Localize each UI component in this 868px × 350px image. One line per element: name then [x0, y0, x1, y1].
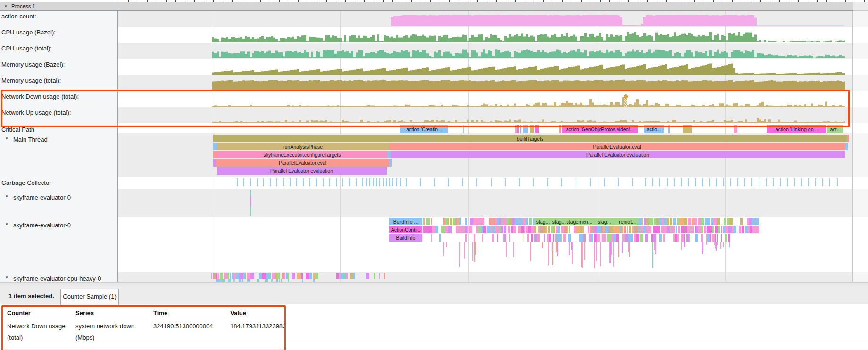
gc-tick[interactable] — [270, 178, 271, 186]
noise-slice[interactable] — [655, 234, 656, 242]
noise-slice[interactable] — [227, 273, 229, 279]
noise-slice[interactable] — [339, 273, 341, 279]
noise-slice[interactable] — [527, 234, 529, 242]
gc-tick[interactable] — [822, 178, 823, 186]
noise-slice[interactable] — [750, 226, 752, 233]
gc-tick[interactable] — [290, 178, 291, 186]
noise-slice[interactable] — [725, 226, 728, 233]
noise-slice[interactable] — [502, 218, 506, 225]
noise-slice[interactable] — [673, 234, 675, 242]
noise-slice[interactable] — [477, 218, 479, 225]
gc-tick[interactable] — [448, 178, 449, 186]
tick-slice[interactable] — [379, 273, 380, 279]
noise-slice[interactable] — [435, 226, 438, 233]
noise-slice[interactable] — [670, 226, 673, 233]
noise-slice[interactable] — [742, 226, 744, 233]
noise-slice[interactable] — [713, 234, 715, 242]
noise-slice[interactable] — [601, 226, 603, 233]
noise-slice[interactable] — [561, 234, 562, 242]
noise-slice[interactable] — [518, 226, 521, 233]
tab-counter-sample[interactable]: Counter Sample (1) — [60, 289, 119, 305]
noise-slice[interactable] — [729, 218, 733, 225]
track-row-background[interactable] — [118, 177, 868, 189]
noise-slice[interactable] — [638, 226, 640, 233]
track-row-background[interactable] — [118, 189, 868, 217]
gc-tick[interactable] — [362, 178, 363, 186]
noise-slice[interactable] — [613, 226, 617, 233]
noise-slice[interactable] — [353, 273, 355, 279]
noise-slice[interactable] — [531, 226, 534, 233]
slice[interactable]: Parallel Evaluator evaluation — [217, 167, 387, 175]
slice[interactable] — [734, 125, 737, 133]
noise-slice[interactable] — [677, 234, 679, 242]
noise-slice[interactable] — [579, 234, 583, 242]
noise-slice[interactable] — [589, 234, 590, 242]
noise-slice[interactable] — [653, 234, 655, 242]
noise-slice[interactable] — [501, 218, 502, 225]
gc-tick[interactable] — [716, 178, 717, 186]
noise-slice[interactable] — [649, 218, 653, 225]
noise-slice[interactable] — [645, 234, 648, 242]
gc-tick[interactable] — [519, 178, 520, 186]
noise-slice[interactable] — [721, 234, 722, 242]
noise-slice[interactable] — [625, 234, 628, 242]
noise-slice[interactable] — [690, 226, 693, 233]
noise-slice[interactable] — [481, 218, 484, 225]
noise-slice[interactable] — [613, 234, 616, 242]
noise-slice[interactable] — [540, 226, 543, 233]
noise-slice[interactable] — [313, 273, 315, 279]
noise-slice[interactable] — [752, 218, 755, 225]
collapse-triangle-icon[interactable]: ▾ — [6, 136, 8, 141]
noise-slice[interactable] — [698, 226, 701, 233]
slice[interactable]: action 'GenObjcProtos video/... — [562, 125, 638, 133]
gc-tick[interactable] — [434, 178, 435, 186]
panel-divider[interactable] — [0, 282, 868, 285]
counter-chart[interactable] — [212, 45, 845, 58]
noise-slice[interactable] — [656, 218, 658, 225]
noise-slice[interactable] — [748, 226, 750, 233]
noise-slice[interactable] — [717, 234, 718, 242]
slice[interactable]: actio... — [644, 125, 664, 133]
noise-slice[interactable] — [545, 226, 547, 233]
noise-slice[interactable] — [590, 234, 593, 242]
noise-slice[interactable] — [676, 226, 677, 233]
noise-slice[interactable] — [457, 218, 459, 225]
noise-slice[interactable] — [569, 226, 570, 233]
noise-slice[interactable] — [529, 218, 530, 225]
noise-slice[interactable] — [499, 226, 501, 233]
noise-slice[interactable] — [236, 273, 239, 279]
noise-slice[interactable] — [634, 234, 636, 242]
noise-slice[interactable] — [459, 218, 461, 225]
gc-tick[interactable] — [356, 178, 357, 186]
noise-slice[interactable] — [675, 234, 676, 242]
noise-slice[interactable] — [218, 273, 220, 279]
noise-slice[interactable] — [259, 273, 262, 279]
noise-slice[interactable] — [234, 273, 236, 279]
noise-slice[interactable] — [707, 226, 710, 233]
noise-slice[interactable] — [636, 234, 639, 242]
noise-slice[interactable] — [216, 273, 217, 279]
slice[interactable]: BuildInfo — [389, 234, 422, 242]
noise-slice[interactable] — [594, 226, 597, 233]
noise-slice[interactable] — [740, 218, 743, 225]
counter-chart[interactable] — [212, 61, 845, 75]
noise-slice[interactable] — [654, 218, 656, 225]
noise-slice[interactable] — [521, 226, 524, 233]
track-row-background[interactable] — [118, 123, 868, 133]
noise-slice[interactable] — [497, 234, 498, 242]
gc-tick[interactable] — [420, 178, 421, 186]
noise-slice[interactable] — [677, 218, 679, 225]
noise-slice[interactable] — [465, 226, 467, 233]
noise-slice[interactable] — [558, 226, 560, 233]
gc-tick[interactable] — [780, 178, 781, 186]
noise-slice[interactable] — [684, 226, 687, 233]
gc-tick[interactable] — [243, 178, 244, 186]
noise-slice[interactable] — [603, 226, 605, 233]
noise-slice[interactable] — [701, 218, 704, 225]
noise-slice[interactable] — [727, 218, 729, 225]
noise-slice[interactable] — [667, 218, 670, 225]
cell-counter-line1[interactable]: Network Down usage — [7, 323, 66, 330]
noise-slice[interactable] — [639, 218, 642, 225]
collapse-triangle-icon[interactable]: ▾ — [5, 4, 7, 8]
noise-slice[interactable] — [583, 234, 584, 242]
